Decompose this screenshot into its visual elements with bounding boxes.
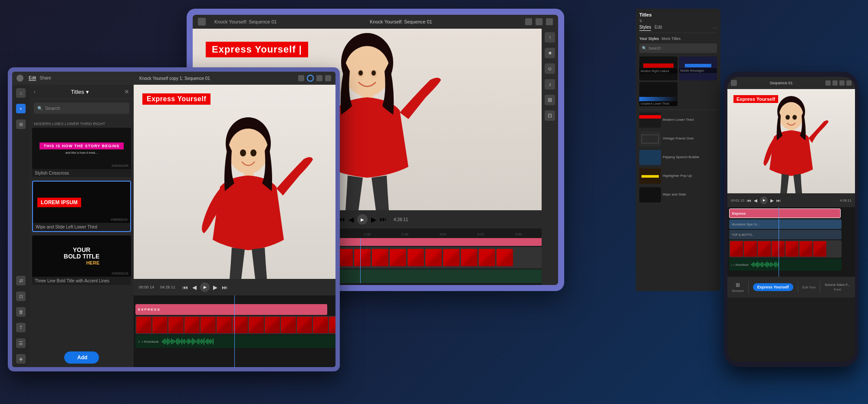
rp-list-item-3[interactable]: Flipping Speech Bubble bbox=[639, 149, 717, 166]
lt-play-btn[interactable]: ▶ bbox=[200, 282, 210, 292]
lt-add-button[interactable]: Add bbox=[64, 351, 99, 364]
rp-thumb-4 bbox=[639, 169, 661, 184]
phone-topbot-label: TOP & BOTTO... bbox=[732, 233, 755, 236]
lt-sb-delete[interactable]: 🗑 bbox=[16, 307, 26, 317]
phone-browse-icon: ⊞ bbox=[736, 282, 740, 288]
lt-sb-clip[interactable]: ⊡ bbox=[16, 291, 26, 301]
lt-skip-fwd[interactable]: ⏭ bbox=[222, 284, 227, 291]
rp-list-item-5[interactable]: Wipe and Slide bbox=[639, 186, 717, 203]
lt-sb-layers[interactable]: ⊞ bbox=[16, 119, 26, 129]
phone-step-back[interactable]: ◀ bbox=[754, 198, 757, 203]
lt-preview-bg: Express Yourself bbox=[134, 85, 335, 279]
tablet-rt-grid[interactable]: ⊞ bbox=[545, 95, 555, 105]
tablet-home-icon[interactable] bbox=[198, 18, 206, 26]
lt-audio-waveform: const audioH = [5,10,14,8,16,12,6,14,10,… bbox=[161, 338, 335, 345]
lt-share-tab[interactable]: Share bbox=[39, 76, 51, 81]
phone-layer-item[interactable]: Express Yourself bbox=[753, 283, 793, 291]
lt-playhead bbox=[234, 295, 235, 367]
tablet-step-back[interactable]: ◀ bbox=[349, 215, 354, 224]
tablet-rt-music[interactable]: ♪ bbox=[545, 79, 555, 89]
phone-topbot-track[interactable]: TOP & BOTTO... bbox=[729, 230, 842, 239]
rp-your-styles[interactable]: Your Styles bbox=[639, 36, 659, 41]
rp-scroll: ⇅ bbox=[639, 19, 717, 23]
lt-actions bbox=[298, 75, 331, 82]
lt-tmpl-2-name: Wipe and Slide Left Lower Third bbox=[33, 223, 130, 231]
phone-step-fwd[interactable]: ▶ bbox=[770, 198, 774, 203]
phone-audio-track[interactable]: ♪ ♪ Knockout const phH = [4,8,12,6,10,14… bbox=[729, 258, 842, 271]
rp-tmpl-3[interactable]: Gradient Lower Third bbox=[639, 82, 677, 106]
phone-timecode: 00:01 23 bbox=[731, 199, 744, 202]
lt-sb-text[interactable]: T bbox=[16, 323, 26, 332]
rp-tab-edit[interactable]: Edit bbox=[654, 25, 662, 31]
phone-title-overlay: Express Yourself bbox=[733, 95, 778, 103]
tablet-skip-fwd[interactable]: ⏭ bbox=[380, 215, 387, 223]
tablet-rt-upload[interactable]: ↑ bbox=[545, 32, 555, 43]
phone-style-track[interactable]: Illustrative Style Sc... bbox=[729, 219, 842, 229]
lt-video-track[interactable]: for(let i=0;i<14;i++){ document.write('<… bbox=[135, 316, 335, 334]
phone-divider-2 bbox=[798, 281, 798, 293]
lt-step-back[interactable]: ◀ bbox=[192, 284, 197, 291]
phone-express-pill[interactable]: Express Yourself bbox=[753, 283, 793, 291]
lt-title-bar[interactable]: EXPRESS bbox=[135, 304, 327, 315]
phone-play-btn[interactable]: ▶ bbox=[760, 196, 768, 204]
rp-more-titles[interactable]: More Titles bbox=[661, 36, 681, 41]
lt-panel-search[interactable]: 🔍 Search bbox=[34, 103, 129, 114]
rp-tmpl-2[interactable]: Mobile Messages bbox=[679, 56, 717, 80]
phone-home-icon[interactable] bbox=[731, 80, 737, 86]
lt-tmpl-2-num: #396992214 bbox=[111, 218, 128, 221]
rp-list-item-1[interactable]: Modern Lower Third bbox=[639, 112, 717, 129]
lt-panel-close-btn[interactable]: ✕ bbox=[124, 88, 129, 95]
lt-tmpl-1[interactable]: THIS IS HOW THE STORY BEGINS and this is… bbox=[32, 128, 131, 177]
lt-panel-list: Modern Lines Lower Third Right THIS IS H… bbox=[30, 117, 134, 348]
rp-search[interactable]: 🔍 Search bbox=[639, 43, 717, 53]
phone-skip-fwd[interactable]: ⏭ bbox=[776, 198, 781, 203]
rp-tab-styles[interactable]: Styles bbox=[639, 25, 651, 31]
tablet-rt-face[interactable]: ☺ bbox=[545, 63, 555, 74]
phone-bottom-bar: ⊞ Browse Express Yourself Edit Text Sour… bbox=[727, 277, 855, 298]
lt-undo[interactable] bbox=[298, 75, 304, 81]
rp-thumb-1 bbox=[639, 113, 661, 128]
phone-font-item[interactable]: Source Sans F... Font bbox=[825, 283, 850, 291]
lt-redo[interactable] bbox=[316, 75, 322, 81]
rp-list-item-4[interactable]: Highlighter Pop Up bbox=[639, 168, 717, 185]
lt-sb-home[interactable]: ⌂ bbox=[16, 88, 26, 98]
phone-undo[interactable] bbox=[825, 80, 831, 86]
rp-tmpl-1[interactable]: Modern Right Callout bbox=[639, 56, 677, 80]
lt-sb-bottom[interactable]: ◈ bbox=[16, 354, 26, 364]
phone-video-track[interactable]: for(let i=0;i<7;i++){ document.write('<d… bbox=[729, 240, 842, 258]
tablet-ctrl-1[interactable] bbox=[525, 18, 532, 25]
tablet-step-fwd[interactable]: ▶ bbox=[371, 215, 376, 224]
tablet-rt-star[interactable]: ★ bbox=[545, 48, 555, 58]
lt-audio-note-icon: ♪ bbox=[138, 339, 140, 344]
lt-home-icon[interactable] bbox=[16, 75, 23, 82]
lt-tmpl-2[interactable]: LOREM IPSUM #396992214 Wipe and Slide Le… bbox=[32, 181, 131, 232]
phone-skip-back[interactable]: ⏮ bbox=[747, 198, 751, 203]
phone-share[interactable] bbox=[839, 80, 845, 86]
tablet-rt-crop[interactable]: ⊡ bbox=[545, 110, 555, 121]
lt-step-fwd[interactable]: ▶ bbox=[213, 284, 217, 291]
lt-audio-track[interactable]: ♪ ♪ Knockout const audioH = [5,10,14,8,1… bbox=[135, 335, 335, 348]
lt-edit-tab[interactable]: Edit bbox=[29, 76, 36, 81]
tick-7: 3:00 bbox=[424, 232, 462, 236]
lt-sb-plus[interactable]: + bbox=[16, 104, 26, 113]
phone-msg[interactable] bbox=[846, 80, 852, 86]
phone-title-track[interactable]: Express bbox=[729, 209, 853, 218]
lt-tmpl-3[interactable]: YOURBOLD TITLEHERE #290932224 Three Line… bbox=[32, 235, 131, 285]
svg-point-5 bbox=[358, 70, 363, 76]
phone-browse-item[interactable]: ⊞ Browse bbox=[732, 282, 744, 293]
tablet-edit-tab[interactable]: Knock Yourself: Sequence 01 bbox=[214, 19, 277, 24]
lt-sb-transform[interactable]: ⇄ bbox=[16, 276, 26, 285]
tablet-play-btn[interactable]: ▶ bbox=[357, 214, 368, 225]
lt-transport: 00:00 14 04:26 11 ⏮ ◀ ▶ ▶ ⏭ bbox=[134, 279, 335, 295]
tablet-ctrl-2[interactable] bbox=[536, 18, 542, 25]
rp-scroll-icon[interactable]: ⇅ bbox=[639, 19, 642, 23]
phone-edit-item[interactable]: Edit Text bbox=[802, 285, 816, 289]
lt-duration: 04:26 11 bbox=[160, 285, 175, 289]
phone-redo[interactable] bbox=[832, 80, 838, 86]
lt-sb-list[interactable]: ☰ bbox=[16, 338, 26, 348]
rp-list-item-2[interactable]: Vintage Frame Over bbox=[639, 130, 717, 147]
lt-panel-back-btn[interactable]: ‹ bbox=[34, 89, 36, 95]
lt-skip-back[interactable]: ⏮ bbox=[182, 284, 188, 291]
lt-msg[interactable] bbox=[325, 75, 331, 81]
tablet-ctrl-3[interactable] bbox=[546, 18, 553, 25]
